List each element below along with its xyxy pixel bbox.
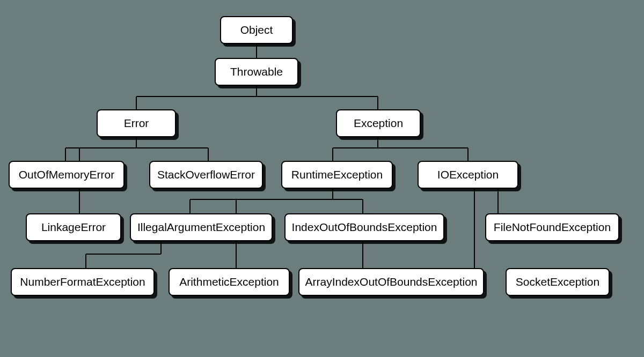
node-arithmetic-exception: ArithmeticException bbox=[169, 268, 290, 296]
node-socket-exception: SocketException bbox=[506, 268, 610, 296]
node-out-of-memory-error: OutOfMemoryError bbox=[9, 161, 125, 189]
node-io-exception: IOException bbox=[418, 161, 518, 189]
node-error: Error bbox=[97, 109, 176, 137]
node-linkage-error: LinkageError bbox=[26, 213, 121, 241]
node-exception: Exception bbox=[336, 109, 421, 137]
node-index-out-of-bounds-exception: IndexOutOfBoundsException bbox=[284, 213, 444, 241]
node-stack-overflow-error: StackOverflowError bbox=[149, 161, 263, 189]
node-throwable: Throwable bbox=[215, 58, 298, 86]
node-object: Object bbox=[220, 16, 293, 44]
node-illegal-argument-exception: IllegalArgumentException bbox=[130, 213, 273, 241]
node-array-index-out-of-bounds-exception: ArrayIndexOutOfBoundsException bbox=[298, 268, 484, 296]
node-runtime-exception: RuntimeException bbox=[281, 161, 393, 189]
node-file-not-found-exception: FileNotFoundException bbox=[485, 213, 619, 241]
node-number-format-exception: NumberFormatException bbox=[11, 268, 155, 296]
